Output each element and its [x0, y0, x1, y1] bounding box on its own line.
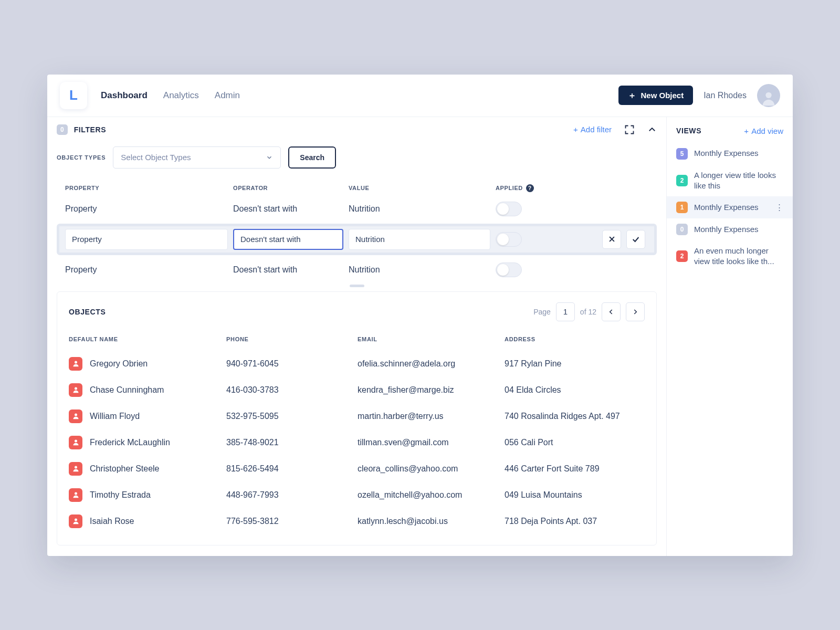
filter-property-input[interactable]: Property	[65, 229, 228, 250]
col-name: DEFAULT NAME	[69, 336, 226, 342]
person-icon	[69, 462, 82, 476]
filter-value: Nutrition	[355, 235, 385, 244]
row-address: 04 Elda Circles	[505, 385, 645, 395]
col-address: ADDRESS	[505, 336, 645, 342]
svg-point-0	[765, 92, 771, 98]
row-email: kendra_fisher@marge.biz	[358, 385, 505, 395]
row-email: martin.harber@terry.us	[358, 412, 505, 421]
table-row[interactable]: Isaiah Rose776-595-3812katlynn.lesch@jac…	[69, 508, 645, 534]
add-view-button[interactable]: + Add view	[744, 127, 783, 135]
svg-point-3	[75, 361, 77, 364]
table-row[interactable]: Frederick McLaughlin385-748-9021tillman.…	[69, 429, 645, 456]
add-filter-label: Add filter	[581, 125, 612, 134]
filters-count-badge: 0	[57, 124, 68, 135]
view-label: Monthly Expenses	[694, 148, 759, 159]
col-property: PROPERTY	[65, 185, 233, 191]
filter-operator-input[interactable]: Doesn't start with	[233, 229, 343, 250]
filter-operator: Doesn't start with	[233, 265, 349, 275]
filter-applied-toggle[interactable]	[496, 232, 522, 247]
svg-point-4	[75, 387, 77, 390]
row-address: 718 Deja Points Apt. 037	[505, 517, 645, 526]
objects-table-head: DEFAULT NAME PHONE EMAIL ADDRESS	[69, 331, 645, 351]
new-object-label: New Object	[640, 91, 684, 100]
filter-value: Nutrition	[349, 265, 496, 275]
row-name: William Floyd	[90, 412, 140, 421]
objects-title: OBJECTS	[69, 308, 106, 316]
row-name: Christopher Steele	[90, 464, 160, 474]
row-phone: 776-595-3812	[226, 517, 358, 526]
filters-title: FILTERS	[74, 125, 107, 134]
table-row[interactable]: Chase Cunningham416-030-3783kendra_fishe…	[69, 377, 645, 403]
view-badge: 0	[676, 224, 688, 235]
object-types-row: OBJECT TYPES Select Object Types Search	[47, 140, 666, 180]
avatar[interactable]	[757, 84, 780, 107]
search-button[interactable]: Search	[288, 146, 336, 169]
new-object-button[interactable]: ＋ New Object	[618, 86, 693, 105]
app-logo[interactable]: L	[60, 82, 87, 109]
view-label: A longer view title looks like this	[694, 170, 783, 192]
resize-handle[interactable]	[47, 282, 666, 291]
table-row[interactable]: Gregory Obrien940-971-6045ofelia.schinne…	[69, 351, 645, 377]
row-name: Chase Cunningham	[90, 385, 164, 395]
table-row[interactable]: William Floyd532-975-5095martin.harber@t…	[69, 403, 645, 429]
nav: Dashboard Analytics Admin	[101, 90, 240, 101]
expand-icon[interactable]	[624, 124, 635, 135]
view-item[interactable]: 2A longer view title looks like this	[667, 165, 793, 197]
view-badge: 1	[676, 202, 688, 213]
row-address: 740 Rosalinda Ridges Apt. 497	[505, 412, 645, 421]
person-icon	[69, 488, 82, 502]
page-prev-button[interactable]	[602, 302, 621, 321]
pager: Page of 12	[533, 302, 645, 321]
col-operator: OPERATOR	[233, 185, 349, 191]
kebab-icon[interactable]: ⋮	[775, 203, 783, 212]
view-label: Monthly Expenses	[694, 224, 759, 235]
add-filter-button[interactable]: + Add filter	[573, 125, 612, 134]
filter-confirm-button[interactable]	[626, 230, 645, 249]
row-phone: 532-975-5095	[226, 412, 358, 421]
page-input[interactable]	[556, 302, 575, 321]
svg-point-7	[75, 466, 77, 469]
filter-table-head: PROPERTY OPERATOR VALUE APPLIED ?	[57, 180, 657, 196]
row-address: 056 Cali Port	[505, 438, 645, 447]
object-types-label: OBJECT TYPES	[57, 154, 106, 161]
svg-point-5	[75, 414, 77, 416]
view-item[interactable]: 5Monthly Expenses	[667, 143, 793, 165]
object-types-placeholder: Select Object Types	[121, 153, 191, 162]
chevron-down-icon	[266, 154, 273, 161]
views-title: VIEWS	[676, 127, 701, 135]
view-item[interactable]: 0Monthly Expenses	[667, 218, 793, 240]
row-name: Timothy Estrada	[90, 490, 151, 500]
person-icon	[69, 410, 82, 423]
page-next-button[interactable]	[626, 302, 645, 321]
row-address: 446 Carter Fort Suite 789	[505, 464, 645, 474]
person-icon	[69, 514, 82, 528]
nav-analytics[interactable]: Analytics	[163, 90, 199, 101]
nav-dashboard[interactable]: Dashboard	[101, 90, 148, 101]
view-item[interactable]: 1Monthly Expenses⋮	[667, 196, 793, 218]
filter-cancel-button[interactable]	[602, 230, 621, 249]
row-email: ofelia.schinner@adela.org	[358, 359, 505, 369]
filter-applied-toggle[interactable]	[496, 202, 522, 216]
filter-value-input[interactable]: Nutrition	[349, 229, 490, 250]
filter-value: Nutrition	[349, 204, 496, 214]
table-row[interactable]: Timothy Estrada448-967-7993ozella_mitche…	[69, 482, 645, 508]
svg-point-9	[75, 519, 77, 521]
row-address: 917 Rylan Pine	[505, 359, 645, 369]
chevron-right-icon	[632, 308, 639, 316]
filter-operator: Doesn't start with	[233, 204, 349, 214]
nav-admin[interactable]: Admin	[215, 90, 240, 101]
view-item[interactable]: 2An even much longer view title looks li…	[667, 240, 793, 272]
filter-property: Property	[65, 204, 233, 214]
object-types-select[interactable]: Select Object Types	[113, 146, 281, 169]
col-value: VALUE	[349, 185, 496, 191]
filter-applied-toggle[interactable]	[496, 262, 522, 277]
check-icon	[632, 235, 640, 244]
person-icon	[69, 357, 82, 371]
filter-property: Property	[65, 265, 233, 275]
help-icon[interactable]: ?	[526, 184, 534, 192]
collapse-icon[interactable]	[647, 125, 657, 134]
view-badge: 2	[676, 175, 688, 186]
table-row[interactable]: Christopher Steele815-626-5494cleora_col…	[69, 456, 645, 482]
view-badge: 2	[676, 250, 688, 262]
row-email: cleora_collins@yahoo.com	[358, 464, 505, 474]
